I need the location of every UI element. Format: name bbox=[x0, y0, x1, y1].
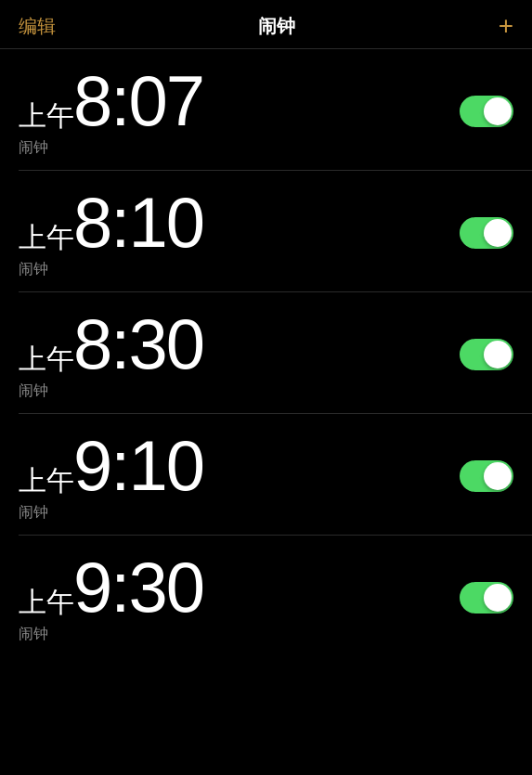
alarm-hour: 8:10 bbox=[73, 187, 203, 258]
alarm-hour: 9:30 bbox=[73, 552, 203, 623]
alarm-list: 上午 8:07 闹钟 上午 8:10 闹钟 上午 8:30 bbox=[0, 49, 532, 656]
alarm-hour: 8:07 bbox=[73, 66, 203, 136]
alarm-toggle[interactable] bbox=[460, 582, 513, 614]
alarm-info: 上午 8:30 闹钟 bbox=[19, 309, 203, 401]
alarm-period: 上午 bbox=[19, 584, 73, 622]
alarm-info: 上午 9:10 闹钟 bbox=[19, 431, 203, 523]
alarm-toggle[interactable] bbox=[460, 217, 513, 249]
alarm-hour: 9:10 bbox=[73, 431, 203, 501]
alarm-time-display: 上午 8:30 bbox=[19, 309, 203, 380]
alarm-label: 闹钟 bbox=[19, 503, 203, 523]
alarm-label: 闹钟 bbox=[19, 625, 203, 644]
alarm-info: 上午 8:07 闹钟 bbox=[19, 66, 203, 158]
alarm-hour: 8:30 bbox=[73, 309, 203, 380]
alarm-period: 上午 bbox=[19, 341, 73, 379]
alarm-item[interactable]: 上午 9:30 闹钟 bbox=[0, 536, 532, 656]
toggle-knob bbox=[484, 584, 512, 612]
add-alarm-button[interactable]: + bbox=[499, 13, 513, 39]
edit-button[interactable]: 编辑 bbox=[19, 14, 56, 39]
toggle-knob bbox=[484, 97, 512, 125]
alarm-toggle[interactable] bbox=[460, 96, 513, 127]
alarm-label: 闹钟 bbox=[19, 138, 203, 158]
alarm-item[interactable]: 上午 8:07 闹钟 bbox=[0, 49, 532, 170]
alarm-label: 闹钟 bbox=[19, 260, 203, 279]
alarm-time-display: 上午 8:10 bbox=[19, 187, 203, 258]
alarm-period: 上午 bbox=[19, 97, 73, 136]
alarm-info: 上午 9:30 闹钟 bbox=[19, 552, 203, 644]
app-header: 编辑 闹钟 + bbox=[0, 0, 532, 48]
alarm-time-display: 上午 9:30 bbox=[19, 552, 203, 623]
toggle-knob bbox=[484, 341, 512, 368]
alarm-item[interactable]: 上午 8:10 闹钟 bbox=[0, 171, 532, 291]
alarm-period: 上午 bbox=[19, 219, 73, 257]
toggle-knob bbox=[484, 462, 512, 490]
alarm-toggle[interactable] bbox=[460, 460, 513, 492]
page-title: 闹钟 bbox=[258, 14, 295, 39]
alarm-toggle[interactable] bbox=[460, 339, 513, 370]
alarm-time-display: 上午 9:10 bbox=[19, 431, 203, 501]
alarm-label: 闹钟 bbox=[19, 381, 203, 401]
alarm-info: 上午 8:10 闹钟 bbox=[19, 187, 203, 279]
alarm-item[interactable]: 上午 8:30 闹钟 bbox=[0, 292, 532, 413]
toggle-knob bbox=[484, 219, 512, 247]
alarm-item[interactable]: 上午 9:10 闹钟 bbox=[0, 414, 532, 535]
alarm-period: 上午 bbox=[19, 462, 73, 500]
alarm-time-display: 上午 8:07 bbox=[19, 66, 203, 136]
